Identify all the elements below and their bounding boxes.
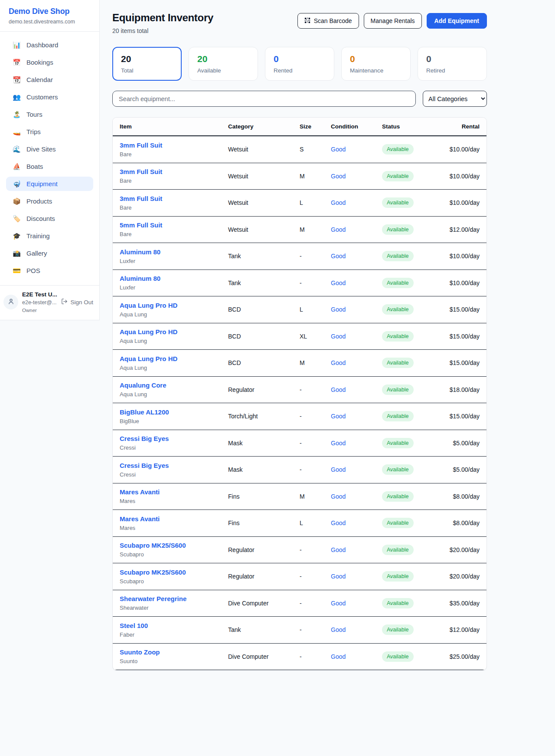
table-row[interactable]: 3mm Full Suit Bare Wetsuit S Good Availa… bbox=[113, 136, 486, 163]
nav-item-label: Calendar bbox=[26, 76, 53, 83]
category-cell: Mask bbox=[228, 466, 300, 473]
sidebar-item[interactable]: 🤿 Equipment bbox=[6, 177, 93, 191]
item-name-link[interactable]: Suunto Zoop bbox=[120, 648, 160, 656]
item-name-link[interactable]: Mares Avanti bbox=[120, 515, 160, 523]
table-row[interactable]: Aqua Lung Pro HD Aqua Lung BCD M Good Av… bbox=[113, 350, 486, 377]
scan-barcode-button[interactable]: Scan Barcode bbox=[297, 13, 359, 29]
status-cell: Available bbox=[382, 144, 447, 154]
stat-card[interactable]: 20 Available bbox=[189, 47, 258, 81]
item-name-link[interactable]: Aqua Lung Pro HD bbox=[120, 328, 177, 335]
table-row[interactable]: Mares Avanti Mares Fins M Good Available… bbox=[113, 483, 486, 510]
sidebar-item[interactable]: 💳 POS bbox=[6, 263, 93, 278]
table-row[interactable]: Aluminum 80 Luxfer Tank - Good Available… bbox=[113, 243, 486, 270]
stat-card[interactable]: 0 Maintenance bbox=[341, 47, 411, 81]
item-name-link[interactable]: Mares Avanti bbox=[120, 488, 160, 496]
nav-item-icon: 📆 bbox=[13, 76, 21, 83]
table-row[interactable]: Cressi Big Eyes Cressi Mask - Good Avail… bbox=[113, 457, 486, 483]
stat-value: 20 bbox=[197, 54, 249, 64]
category-select[interactable]: All Categories bbox=[423, 91, 487, 107]
table-row[interactable]: 3mm Full Suit Bare Wetsuit L Good Availa… bbox=[113, 190, 486, 217]
table-row[interactable]: Aqua Lung Pro HD Aqua Lung BCD XL Good A… bbox=[113, 323, 486, 350]
sidebar-item[interactable]: 🏝️ Tours bbox=[6, 107, 93, 122]
status-cell: Available bbox=[382, 625, 447, 635]
sidebar-item[interactable]: ⛵ Boats bbox=[6, 159, 93, 174]
item-name-link[interactable]: BigBlue AL1200 bbox=[120, 408, 169, 416]
sidebar-item[interactable]: 🌊 Dive Sites bbox=[6, 142, 93, 156]
nav-item-label: Bookings bbox=[26, 59, 53, 66]
table-row[interactable]: BigBlue AL1200 BigBlue Torch/Light - Goo… bbox=[113, 403, 486, 430]
table-row[interactable]: 3mm Full Suit Bare Wetsuit M Good Availa… bbox=[113, 163, 486, 190]
sidebar-item[interactable]: 📦 Products bbox=[6, 194, 93, 208]
brand-domain: demo.test.divestreams.com bbox=[9, 19, 91, 25]
item-name-link[interactable]: Aqualung Core bbox=[120, 381, 166, 389]
item-name-link[interactable]: Scubapro MK25/S600 bbox=[120, 542, 186, 549]
rental-cell: $12.00/day bbox=[447, 626, 480, 633]
sidebar-item[interactable]: 🚤 Trips bbox=[6, 125, 93, 139]
item-name-link[interactable]: 3mm Full Suit bbox=[120, 195, 162, 202]
condition-cell: Good bbox=[331, 333, 382, 340]
item-name-link[interactable]: 5mm Full Suit bbox=[120, 221, 162, 229]
item-name-link[interactable]: Aqua Lung Pro HD bbox=[120, 302, 177, 309]
manage-rentals-label: Manage Rentals bbox=[371, 18, 415, 24]
sidebar-item[interactable]: 🏷️ Discounts bbox=[6, 211, 93, 226]
item-cell: Steel 100 Faber bbox=[120, 622, 228, 638]
table-row[interactable]: Suunto Zoop Suunto Dive Computer - Good … bbox=[113, 644, 486, 671]
table-row[interactable]: Steel 100 Faber Tank - Good Available $1… bbox=[113, 617, 486, 644]
sidebar-item[interactable]: 📅 Bookings bbox=[6, 55, 93, 69]
condition-cell: Good bbox=[331, 519, 382, 526]
nav-item-icon: 📦 bbox=[13, 198, 21, 204]
condition-cell: Good bbox=[331, 306, 382, 313]
size-cell: M bbox=[300, 493, 331, 500]
category-cell: BCD bbox=[228, 359, 300, 366]
manage-rentals-button[interactable]: Manage Rentals bbox=[364, 13, 422, 29]
stat-card[interactable]: 20 Total bbox=[112, 47, 182, 81]
search-input[interactable] bbox=[112, 91, 416, 107]
rental-cell: $15.00/day bbox=[447, 359, 480, 366]
item-brand: Cressi bbox=[120, 444, 228, 451]
brand-name[interactable]: Demo Dive Shop bbox=[9, 7, 91, 16]
sidebar-item[interactable]: 🎓 Training bbox=[6, 229, 93, 243]
item-name-link[interactable]: 3mm Full Suit bbox=[120, 168, 162, 175]
condition-cell: Good bbox=[331, 146, 382, 153]
condition-cell: Good bbox=[331, 413, 382, 420]
rental-cell: $15.00/day bbox=[447, 413, 480, 420]
item-name-link[interactable]: Shearwater Peregrine bbox=[120, 595, 186, 602]
size-cell: M bbox=[300, 173, 331, 180]
sidebar-item[interactable]: 📸 Gallery bbox=[6, 246, 93, 260]
table-row[interactable]: Cressi Big Eyes Cressi Mask - Good Avail… bbox=[113, 430, 486, 457]
item-brand: Bare bbox=[120, 151, 228, 158]
nav-item-label: Discounts bbox=[26, 215, 55, 222]
item-name-link[interactable]: Cressi Big Eyes bbox=[120, 435, 169, 442]
table-row[interactable]: 5mm Full Suit Bare Wetsuit M Good Availa… bbox=[113, 217, 486, 243]
item-name-link[interactable]: Aqua Lung Pro HD bbox=[120, 355, 177, 362]
item-name-link[interactable]: Aluminum 80 bbox=[120, 275, 160, 282]
table-row[interactable]: Shearwater Peregrine Shearwater Dive Com… bbox=[113, 590, 486, 617]
table-row[interactable]: Scubapro MK25/S600 Scubapro Regulator - … bbox=[113, 537, 486, 564]
status-badge: Available bbox=[382, 598, 414, 608]
condition-cell: Good bbox=[331, 600, 382, 607]
table-row[interactable]: Aqualung Core Aqua Lung Regulator - Good… bbox=[113, 377, 486, 404]
sign-out-button[interactable]: Sign Out bbox=[61, 298, 93, 306]
item-name-link[interactable]: Cressi Big Eyes bbox=[120, 462, 169, 469]
table-row[interactable]: Aqua Lung Pro HD Aqua Lung BCD L Good Av… bbox=[113, 296, 486, 323]
add-equipment-button[interactable]: Add Equipment bbox=[427, 13, 487, 29]
item-name-link[interactable]: 3mm Full Suit bbox=[120, 141, 162, 149]
item-brand: Suunto bbox=[120, 658, 228, 664]
condition-cell: Good bbox=[331, 653, 382, 660]
main-content: Equipment Inventory 20 items total Scan … bbox=[100, 0, 487, 671]
sidebar-item[interactable]: 📆 Calendar bbox=[6, 72, 93, 87]
category-cell: Dive Computer bbox=[228, 600, 300, 607]
item-name-link[interactable]: Scubapro MK25/S600 bbox=[120, 569, 186, 576]
table-row[interactable]: Scubapro MK25/S600 Scubapro Regulator - … bbox=[113, 563, 486, 590]
table-row[interactable]: Mares Avanti Mares Fins L Good Available… bbox=[113, 510, 486, 537]
size-cell: - bbox=[300, 386, 331, 393]
sidebar-item[interactable]: 📊 Dashboard bbox=[6, 38, 93, 52]
item-name-link[interactable]: Steel 100 bbox=[120, 622, 148, 629]
item-name-link[interactable]: Aluminum 80 bbox=[120, 248, 160, 256]
sidebar-item[interactable]: 👥 Customers bbox=[6, 90, 93, 104]
stat-card[interactable]: 0 Rented bbox=[265, 47, 334, 81]
table-row[interactable]: Aluminum 80 Luxfer Tank - Good Available… bbox=[113, 270, 486, 297]
stat-card[interactable]: 0 Retired bbox=[418, 47, 487, 81]
condition-cell: Good bbox=[331, 279, 382, 286]
status-badge: Available bbox=[382, 464, 414, 475]
